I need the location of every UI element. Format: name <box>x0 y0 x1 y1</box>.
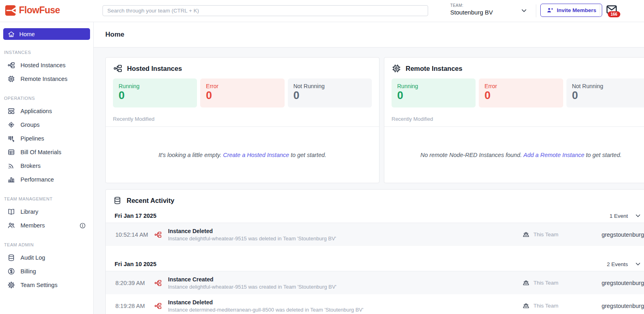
sidebar-item-home[interactable]: Home <box>3 28 90 40</box>
instance-event-icon <box>154 231 162 239</box>
sidebar-item-pipelines[interactable]: Pipelines <box>3 132 90 145</box>
sidebar-section-label: OPERATIONS <box>4 96 89 101</box>
event-count: 1 Event <box>609 213 628 219</box>
sidebar-item-remote-instances[interactable]: Remote Instances <box>3 72 90 86</box>
team-icon <box>522 231 530 238</box>
event-description: Instance delightful-wheatear-9515 was cr… <box>168 284 336 290</box>
remote-instances-icon <box>7 75 15 83</box>
event-count: 2 Events <box>607 261 628 267</box>
sidebar-item-brokers[interactable]: Brokers <box>3 159 90 173</box>
remote-instances-icon <box>392 64 401 73</box>
event-time: 8:19:28 AM <box>115 303 154 309</box>
notifications-button[interactable]: 166 <box>605 4 623 21</box>
stat-label: Running <box>119 83 191 89</box>
notification-badge: 166 <box>608 11 620 17</box>
sidebar-section-label: TEAM MANAGEMENT <box>4 196 89 201</box>
empty-text: No remote Node-RED Instances found. <box>420 152 522 158</box>
empty-text: It's looking a little empty. <box>158 152 221 158</box>
remote-instances-card: Remote Instances Running 0 Error 0 Not R… <box>384 57 644 183</box>
stat-value: 0 <box>119 90 191 101</box>
create-hosted-instance-link[interactable]: Create a Hosted Instance <box>223 152 289 158</box>
activity-header: Recent Activity <box>106 190 644 209</box>
performance-icon <box>7 176 15 184</box>
event-time: 8:20:39 AM <box>115 280 154 286</box>
sidebar: Home INSTANCES Hosted Instances Remote I… <box>0 22 94 314</box>
team-name: Stoutenburg BV <box>450 9 493 16</box>
empty-state: No remote Node-RED Instances found. Add … <box>384 127 644 183</box>
stat-label: Not Running <box>572 83 644 89</box>
running-stat: Running 0 <box>392 78 476 107</box>
recent-activity-panel: Recent Activity Fri Jan 17 2025 1 Event … <box>105 189 644 314</box>
flowfuse-logo-text: FlowFuse <box>19 5 60 16</box>
person-plus-icon <box>546 7 553 14</box>
add-remote-instance-link[interactable]: Add a Remote Instance <box>523 152 585 158</box>
stat-value: 0 <box>572 90 644 101</box>
sidebar-item-label: Bill Of Materials <box>21 149 62 155</box>
event-scope: This Team <box>522 279 558 287</box>
card-header: Remote Instances <box>384 58 644 78</box>
error-stat: Error 0 <box>479 78 563 107</box>
event-title: Instance Deleted <box>168 299 363 306</box>
event-description: Instance delightful-wheatear-9515 was de… <box>168 236 336 242</box>
chevron-down-icon[interactable] <box>520 7 528 14</box>
chevron-down-icon[interactable] <box>634 212 642 219</box>
sidebar-item-audit-log[interactable]: Audit Log <box>3 251 90 264</box>
header-divider <box>536 4 536 17</box>
bill-of-materials-icon <box>7 148 15 156</box>
sidebar-item-label: Brokers <box>21 163 41 169</box>
sidebar-item-bill-of-materials[interactable]: Bill Of Materials <box>3 145 90 159</box>
home-icon <box>8 31 15 38</box>
billing-icon <box>7 267 15 275</box>
library-icon <box>7 208 15 216</box>
hosted-instances-icon <box>7 61 15 69</box>
title-strip: Home <box>94 22 644 48</box>
search-input[interactable] <box>103 5 428 16</box>
card-header: Hosted Instances <box>106 58 379 78</box>
sidebar-item-performance[interactable]: Performance <box>3 173 90 186</box>
activity-group: Fri Jan 10 2025 2 Events 8:20:39 AM Inst… <box>106 257 644 314</box>
flowfuse-app: FlowFuse TEAM: Stoutenburg BV Invite Mem… <box>0 0 644 314</box>
sidebar-section-label: TEAM ADMIN <box>4 242 89 247</box>
event-scope-label: This Team <box>533 231 558 238</box>
flowfuse-logo[interactable]: FlowFuse <box>5 5 60 16</box>
pipelines-icon <box>7 134 15 143</box>
stat-value: 0 <box>293 90 366 101</box>
event-user: gregstoutenburg <box>558 280 644 286</box>
sidebar-item-label: Members <box>21 222 45 229</box>
team-selector[interactable]: TEAM: Stoutenburg BV <box>450 3 493 16</box>
sidebar-item-label: Audit Log <box>21 254 45 261</box>
sidebar-item-members[interactable]: Members <box>3 219 90 232</box>
app-header: FlowFuse TEAM: Stoutenburg BV Invite Mem… <box>0 0 644 22</box>
sidebar-item-team-settings[interactable]: Team Settings <box>3 278 90 292</box>
stat-value: 0 <box>397 90 470 101</box>
members-icon <box>7 221 15 229</box>
activity-row: 10:52:14 AM Instance Deleted Instance de… <box>106 223 644 246</box>
stats-row: Running 0 Error 0 Not Running 0 <box>392 78 644 107</box>
stat-label: Error <box>484 83 557 89</box>
sidebar-item-library[interactable]: Library <box>3 205 90 219</box>
event-scope: This Team <box>522 231 558 238</box>
instance-event-icon <box>154 302 162 310</box>
event-title: Instance Deleted <box>168 228 336 234</box>
applications-icon <box>7 107 15 115</box>
instance-event-icon <box>154 279 162 287</box>
sidebar-item-billing[interactable]: Billing <box>3 264 90 278</box>
stat-value: 0 <box>206 90 279 101</box>
sidebar-item-label: Groups <box>21 122 40 128</box>
activity-row: 8:20:39 AM Instance Created Instance del… <box>106 271 644 294</box>
sidebar-item-groups[interactable]: Groups <box>3 118 90 132</box>
page-title: Home <box>105 31 124 39</box>
sidebar-item-hosted-instances[interactable]: Hosted Instances <box>3 58 90 72</box>
card-title: Hosted Instances <box>127 65 182 72</box>
sidebar-item-label: Remote Instances <box>21 76 68 82</box>
empty-text: to get started. <box>291 152 326 158</box>
sidebar-item-applications[interactable]: Applications <box>3 104 90 118</box>
event-scope-label: This Team <box>533 280 558 286</box>
invite-members-label: Invite Members <box>557 7 596 13</box>
brokers-icon <box>7 162 15 170</box>
activity-group: Fri Jan 17 2025 1 Event 10:52:14 AM Inst… <box>106 209 644 246</box>
header-divider <box>600 4 600 17</box>
chevron-down-icon[interactable] <box>634 260 642 268</box>
invite-members-button[interactable]: Invite Members <box>540 4 602 17</box>
card-title: Remote Instances <box>406 65 462 72</box>
